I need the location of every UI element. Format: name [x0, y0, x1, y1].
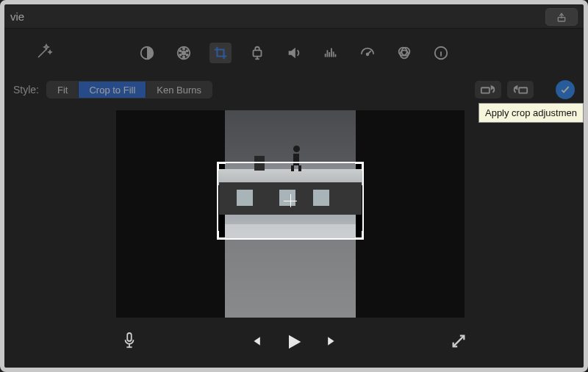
preview-viewer[interactable] [116, 110, 465, 318]
svg-point-5 [186, 50, 187, 51]
next-frame-button[interactable] [325, 334, 340, 351]
previous-frame-button[interactable] [248, 334, 263, 351]
svg-point-4 [183, 48, 184, 49]
style-segmented-control: Fit Crop to Fill Ken Burns [46, 81, 212, 99]
svg-rect-17 [519, 87, 527, 93]
crop-style-row: Style: Fit Crop to Fill Ken Burns [13, 78, 575, 101]
play-button[interactable] [284, 332, 304, 352]
svg-point-7 [183, 56, 184, 57]
volume-icon[interactable] [283, 43, 305, 63]
app-title: vie [10, 10, 24, 23]
voiceover-record-button[interactable] [121, 332, 137, 353]
speed-icon[interactable] [356, 43, 379, 63]
rotate-cw-button[interactable] [507, 81, 534, 99]
svg-rect-10 [254, 50, 262, 56]
svg-rect-18 [127, 333, 132, 341]
svg-point-3 [182, 51, 186, 55]
apply-crop-tooltip: Apply crop adjustmen [478, 103, 584, 123]
svg-point-8 [179, 54, 181, 56]
svg-point-11 [367, 53, 369, 55]
color-balance-icon[interactable] [136, 43, 158, 63]
fullscreen-button[interactable] [451, 333, 467, 351]
color-filters-icon[interactable] [393, 43, 415, 63]
menubar: vie [0, 5, 588, 29]
svg-rect-16 [481, 87, 490, 93]
svg-point-14 [401, 50, 409, 58]
transport-controls [0, 323, 588, 360]
clip-content [225, 110, 356, 318]
style-label: Style: [13, 84, 39, 96]
style-option-fit[interactable]: Fit [47, 82, 78, 98]
rotate-ccw-button[interactable] [475, 81, 501, 99]
style-option-ken-burns[interactable]: Ken Burns [146, 82, 212, 98]
noise-eq-icon[interactable] [320, 43, 342, 63]
crop-icon[interactable] [209, 43, 232, 63]
svg-point-9 [179, 50, 181, 51]
share-button[interactable] [545, 8, 578, 26]
svg-point-6 [186, 54, 187, 56]
crop-handle-br[interactable] [355, 231, 364, 240]
info-icon[interactable] [430, 43, 452, 63]
style-option-crop-to-fill[interactable]: Crop to Fill [78, 82, 146, 98]
adjustments-toolbar [0, 37, 588, 69]
stabilization-icon[interactable] [246, 43, 268, 63]
auto-enhance-icon[interactable] [35, 43, 53, 65]
color-wheel-icon[interactable] [173, 43, 195, 63]
apply-crop-button[interactable] [556, 80, 575, 99]
